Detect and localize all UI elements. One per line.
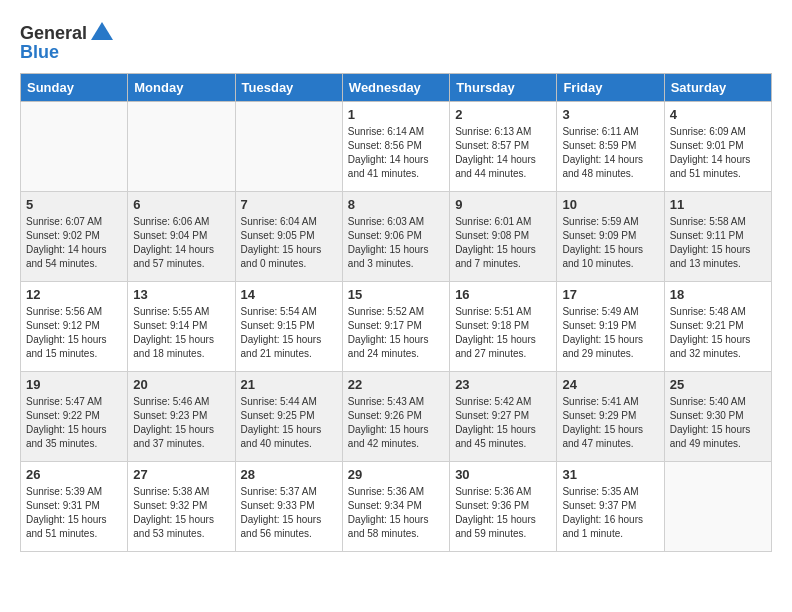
calendar-cell: 21Sunrise: 5:44 AMSunset: 9:25 PMDayligh…: [235, 372, 342, 462]
day-info-line: and 45 minutes.: [455, 437, 551, 451]
day-info-line: Daylight: 15 hours: [26, 423, 122, 437]
day-info-line: Sunset: 9:29 PM: [562, 409, 658, 423]
day-info-line: and 41 minutes.: [348, 167, 444, 181]
day-info-line: Sunset: 8:59 PM: [562, 139, 658, 153]
day-info-line: Sunrise: 5:59 AM: [562, 215, 658, 229]
day-number: 13: [133, 287, 229, 302]
day-info-line: Sunrise: 5:42 AM: [455, 395, 551, 409]
logo-icon: [89, 20, 115, 46]
header-saturday: Saturday: [664, 74, 771, 102]
header-friday: Friday: [557, 74, 664, 102]
day-info-line: Daylight: 15 hours: [133, 423, 229, 437]
svg-marker-0: [91, 22, 113, 40]
day-info-line: Sunset: 9:17 PM: [348, 319, 444, 333]
calendar-cell: 24Sunrise: 5:41 AMSunset: 9:29 PMDayligh…: [557, 372, 664, 462]
logo-blue-text: Blue: [20, 42, 59, 63]
calendar-cell: 3Sunrise: 6:11 AMSunset: 8:59 PMDaylight…: [557, 102, 664, 192]
day-info-line: Sunrise: 5:44 AM: [241, 395, 337, 409]
day-info-line: Sunset: 9:26 PM: [348, 409, 444, 423]
calendar-cell: 9Sunrise: 6:01 AMSunset: 9:08 PMDaylight…: [450, 192, 557, 282]
week-row-5: 26Sunrise: 5:39 AMSunset: 9:31 PMDayligh…: [21, 462, 772, 552]
day-info-line: Sunset: 9:15 PM: [241, 319, 337, 333]
day-number: 10: [562, 197, 658, 212]
day-info-line: and 37 minutes.: [133, 437, 229, 451]
day-number: 26: [26, 467, 122, 482]
day-info-line: Sunrise: 5:41 AM: [562, 395, 658, 409]
calendar-cell: [21, 102, 128, 192]
day-info-line: Sunrise: 6:11 AM: [562, 125, 658, 139]
day-number: 12: [26, 287, 122, 302]
day-info-line: Daylight: 15 hours: [348, 333, 444, 347]
day-info-line: Daylight: 15 hours: [26, 513, 122, 527]
day-info-line: Sunset: 9:33 PM: [241, 499, 337, 513]
day-info-line: and 21 minutes.: [241, 347, 337, 361]
day-info-line: Daylight: 15 hours: [133, 513, 229, 527]
calendar-cell: 2Sunrise: 6:13 AMSunset: 8:57 PMDaylight…: [450, 102, 557, 192]
day-info-line: Daylight: 15 hours: [455, 243, 551, 257]
day-info-line: Sunset: 9:31 PM: [26, 499, 122, 513]
day-number: 11: [670, 197, 766, 212]
day-info-line: and 40 minutes.: [241, 437, 337, 451]
day-info-line: Sunset: 9:36 PM: [455, 499, 551, 513]
day-info-line: Daylight: 15 hours: [348, 513, 444, 527]
day-info-line: Sunset: 9:30 PM: [670, 409, 766, 423]
day-info-line: Daylight: 14 hours: [26, 243, 122, 257]
day-number: 29: [348, 467, 444, 482]
day-info-line: Daylight: 15 hours: [562, 243, 658, 257]
day-number: 28: [241, 467, 337, 482]
day-info-line: Daylight: 15 hours: [348, 243, 444, 257]
day-info-line: Daylight: 15 hours: [241, 423, 337, 437]
calendar-cell: 25Sunrise: 5:40 AMSunset: 9:30 PMDayligh…: [664, 372, 771, 462]
day-info-line: Sunrise: 5:54 AM: [241, 305, 337, 319]
day-info-line: and 1 minute.: [562, 527, 658, 541]
day-info-line: and 42 minutes.: [348, 437, 444, 451]
calendar-cell: 14Sunrise: 5:54 AMSunset: 9:15 PMDayligh…: [235, 282, 342, 372]
day-info-line: Sunrise: 5:43 AM: [348, 395, 444, 409]
day-number: 7: [241, 197, 337, 212]
day-number: 23: [455, 377, 551, 392]
day-info-line: and 24 minutes.: [348, 347, 444, 361]
day-info-line: and 13 minutes.: [670, 257, 766, 271]
calendar-cell: 17Sunrise: 5:49 AMSunset: 9:19 PMDayligh…: [557, 282, 664, 372]
day-info-line: Sunset: 9:14 PM: [133, 319, 229, 333]
day-info-line: Sunrise: 5:48 AM: [670, 305, 766, 319]
day-info-line: Daylight: 14 hours: [455, 153, 551, 167]
day-info-line: Sunrise: 5:55 AM: [133, 305, 229, 319]
day-number: 30: [455, 467, 551, 482]
day-info-line: Daylight: 15 hours: [133, 333, 229, 347]
day-number: 24: [562, 377, 658, 392]
day-info-line: Sunrise: 5:37 AM: [241, 485, 337, 499]
day-info-line: Daylight: 14 hours: [670, 153, 766, 167]
day-number: 14: [241, 287, 337, 302]
day-info-line: Sunrise: 5:52 AM: [348, 305, 444, 319]
day-number: 5: [26, 197, 122, 212]
calendar-cell: 27Sunrise: 5:38 AMSunset: 9:32 PMDayligh…: [128, 462, 235, 552]
week-row-3: 12Sunrise: 5:56 AMSunset: 9:12 PMDayligh…: [21, 282, 772, 372]
calendar-cell: 7Sunrise: 6:04 AMSunset: 9:05 PMDaylight…: [235, 192, 342, 282]
calendar-cell: 16Sunrise: 5:51 AMSunset: 9:18 PMDayligh…: [450, 282, 557, 372]
day-number: 31: [562, 467, 658, 482]
page-header: General Blue: [20, 20, 772, 63]
calendar-cell: 5Sunrise: 6:07 AMSunset: 9:02 PMDaylight…: [21, 192, 128, 282]
day-info-line: Sunset: 9:25 PM: [241, 409, 337, 423]
header-monday: Monday: [128, 74, 235, 102]
day-info-line: Sunrise: 5:36 AM: [455, 485, 551, 499]
day-info-line: and 10 minutes.: [562, 257, 658, 271]
day-info-line: and 48 minutes.: [562, 167, 658, 181]
day-info-line: Sunrise: 5:58 AM: [670, 215, 766, 229]
day-info-line: Daylight: 15 hours: [562, 423, 658, 437]
day-info-line: Sunrise: 5:51 AM: [455, 305, 551, 319]
day-number: 25: [670, 377, 766, 392]
day-info-line: Sunset: 9:21 PM: [670, 319, 766, 333]
day-info-line: Daylight: 15 hours: [455, 513, 551, 527]
header-wednesday: Wednesday: [342, 74, 449, 102]
day-info-line: Sunset: 8:56 PM: [348, 139, 444, 153]
day-info-line: and 44 minutes.: [455, 167, 551, 181]
calendar-cell: [235, 102, 342, 192]
day-info-line: Daylight: 15 hours: [455, 333, 551, 347]
day-info-line: Daylight: 15 hours: [562, 333, 658, 347]
day-info-line: Sunset: 9:02 PM: [26, 229, 122, 243]
calendar-cell: 31Sunrise: 5:35 AMSunset: 9:37 PMDayligh…: [557, 462, 664, 552]
calendar-cell: 12Sunrise: 5:56 AMSunset: 9:12 PMDayligh…: [21, 282, 128, 372]
day-info-line: Sunrise: 6:14 AM: [348, 125, 444, 139]
